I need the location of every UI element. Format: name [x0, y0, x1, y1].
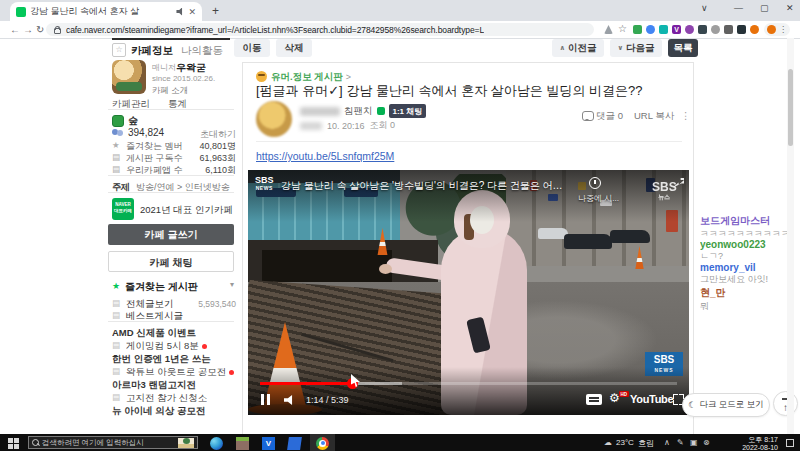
pause-button[interactable]	[261, 394, 264, 405]
reload-icon[interactable]: ↻	[36, 24, 44, 35]
scroll-to-top-button[interactable]: ↑	[773, 391, 798, 416]
delete-button[interactable]: 삭제	[276, 39, 312, 57]
member-level-badge-icon	[377, 107, 385, 115]
chat-username[interactable]: 현_만	[700, 286, 788, 300]
tray-chevron-icon[interactable]: ∧	[664, 438, 670, 447]
sidebar-item-gaming[interactable]: 게이밍컴 5시 8분	[126, 340, 207, 353]
minecraft-icon[interactable]	[236, 437, 249, 450]
tab-search-chevron-icon[interactable]: ∨	[701, 3, 708, 13]
extension-icon[interactable]	[659, 25, 668, 34]
video-progress-bar[interactable]	[260, 382, 677, 385]
dark-mode-button[interactable]: ☾ 다크 모드로 보기	[682, 393, 770, 417]
tray-icon[interactable]: ▣	[690, 438, 698, 447]
author-name-blurred[interactable]	[300, 107, 340, 116]
browser-menu[interactable]: ⋮	[764, 23, 790, 36]
sidebar-item-auth[interactable]: 한번 인증엔 1년은 쓰는	[112, 353, 211, 366]
address-bar[interactable]: cafe.naver.com/steamindiegame?iframe_url…	[46, 23, 594, 36]
v-app-icon[interactable]: V	[262, 437, 275, 450]
youtube-logo[interactable]: YouTube	[630, 393, 673, 405]
new-tab-button[interactable]: +	[212, 4, 219, 18]
window-minimize-button[interactable]: —	[734, 3, 743, 13]
chat-username[interactable]: memory_vil	[700, 262, 788, 273]
chrome-icon[interactable]	[316, 437, 329, 450]
cloud-weather-icon[interactable]: ☁	[604, 438, 612, 447]
tray-icon[interactable]: ⊗	[703, 438, 710, 447]
window-maximize-button[interactable]: ▢	[760, 3, 769, 13]
cafe-profile-image[interactable]	[112, 60, 146, 94]
start-button[interactable]	[8, 438, 19, 449]
app-icon: ▤	[112, 164, 120, 174]
fav-boards-label[interactable]: 즐겨찾는 게시판	[125, 280, 198, 294]
next-post-button[interactable]: ∨다음글	[610, 39, 662, 57]
taskbar-clock[interactable]: 오후 8:17 2022-08-10	[726, 436, 778, 451]
label: 다음글	[626, 42, 655, 55]
weather-temp[interactable]: 23°C	[616, 438, 634, 447]
extension-icon[interactable]	[737, 25, 746, 34]
chat-text: 그만보세요 아잇!	[700, 273, 788, 286]
fav-boards-caret-icon[interactable]: ▾	[230, 280, 234, 289]
extension-icon[interactable]	[685, 25, 694, 34]
watch-later-clock-icon[interactable]	[589, 177, 601, 189]
scrollbar-thumb[interactable]	[788, 69, 793, 146]
post-more-menu[interactable]: ⋮	[681, 110, 691, 121]
move-button[interactable]: 이동	[234, 39, 270, 57]
pen-icon[interactable]: ✎	[677, 438, 684, 447]
notification-center-icon[interactable]	[786, 439, 794, 447]
badge-line1: NAVER	[112, 198, 134, 208]
sidebar-item-waktube-contest[interactable]: 왁튜브 아웃트로 공모전	[126, 366, 234, 379]
forward-icon[interactable]: →	[23, 24, 33, 35]
sbs-watermark: SBS 뉴스	[652, 182, 677, 202]
video-title[interactable]: 강남 물난리 속 살아남은 '방수빌딩'의 비결은? 다른 건물은 어떨까? /	[281, 179, 569, 193]
taskbar-search[interactable]: 검색하려면 여기에 입력하십시	[28, 436, 198, 449]
extension-icon[interactable]	[646, 25, 655, 34]
post-meta-row: 10. 20:16 조회 0	[300, 119, 395, 132]
extension-icon[interactable]	[698, 25, 707, 34]
prev-post-button[interactable]: ∧이전글	[552, 39, 604, 57]
weather-desc[interactable]: 흐림	[638, 438, 654, 449]
avatar	[767, 25, 776, 34]
label: 삭제	[285, 42, 304, 55]
pause-button[interactable]	[267, 394, 270, 405]
subtitles-icon[interactable]	[586, 394, 602, 405]
search-highlight-image[interactable]	[178, 438, 194, 448]
lock-icon	[54, 28, 61, 34]
manager-name[interactable]: 우왁굳	[176, 61, 206, 75]
sidebar-tab-my-activity[interactable]: 나의활동	[181, 44, 223, 58]
board-icon: ▤	[112, 152, 120, 162]
one-to-one-chat-badge[interactable]: 1:1 채팅	[389, 104, 427, 118]
comment-count[interactable]: 댓글 0	[596, 110, 623, 123]
list-button[interactable]: 목록	[668, 39, 698, 57]
sidebar-tab-cafe-info[interactable]: 카페정보	[131, 44, 173, 58]
dark-car	[610, 230, 650, 243]
sidebar-item-ine-costume[interactable]: 뉴 아이네 의상 공모전	[112, 405, 205, 418]
blue-app-icon[interactable]	[287, 437, 302, 450]
extensions-puzzle-icon[interactable]	[711, 25, 720, 34]
extension-icon[interactable]	[724, 25, 733, 34]
author-avatar[interactable]	[256, 101, 292, 137]
sidebar-item-arma3[interactable]: 아르마3 랜덤고지전	[112, 379, 196, 392]
watch-later-label[interactable]: 나중에 시...	[578, 193, 619, 204]
chat-username[interactable]: 보드게임마스터	[700, 214, 788, 228]
sidebar-item-amd-event[interactable]: AMD 신제품 이벤트	[112, 327, 196, 340]
bookmark-star-icon[interactable]: ☆	[618, 23, 627, 34]
back-icon[interactable]: ←	[10, 24, 20, 35]
extension-icon[interactable]: V	[672, 25, 681, 34]
tab-audio-icon[interactable]	[176, 8, 184, 16]
tab-close-icon[interactable]: ✕	[188, 7, 196, 17]
url-copy-button[interactable]: URL 복사	[634, 110, 674, 123]
favorite-cafe-star-icon[interactable]: ☆	[112, 43, 126, 57]
edge-icon[interactable]	[210, 437, 223, 450]
profile-avatar-icon[interactable]	[750, 25, 759, 34]
chat-username[interactable]: yeonwoo0223	[700, 239, 788, 250]
browser-tab[interactable]: 강남 물난리 속에서 혼자 살 ✕	[10, 2, 202, 21]
youtube-link[interactable]: https://youtu.be/5Lsnfqmf25M	[256, 150, 394, 162]
sidebar-item-gojijeon[interactable]: 고지전 참가 신청소	[126, 392, 207, 405]
dark-car	[564, 234, 612, 249]
video-player[interactable]: SBS NEWS 강남 물난리 속 살아남은 '방수빌딩'의 비결은? 다른 건…	[248, 170, 689, 415]
extension-icon[interactable]	[633, 25, 642, 34]
naver-rep-cafe-badge-icon: NAVER 대표카페	[112, 198, 134, 220]
window-close-button[interactable]: ✕	[786, 3, 794, 13]
cafe-chat-button[interactable]: 카페 채팅	[108, 251, 234, 272]
cafe-write-button[interactable]: 카페 글쓰기	[108, 224, 234, 245]
cafe-intro-link[interactable]: 카페 소개	[152, 85, 188, 97]
